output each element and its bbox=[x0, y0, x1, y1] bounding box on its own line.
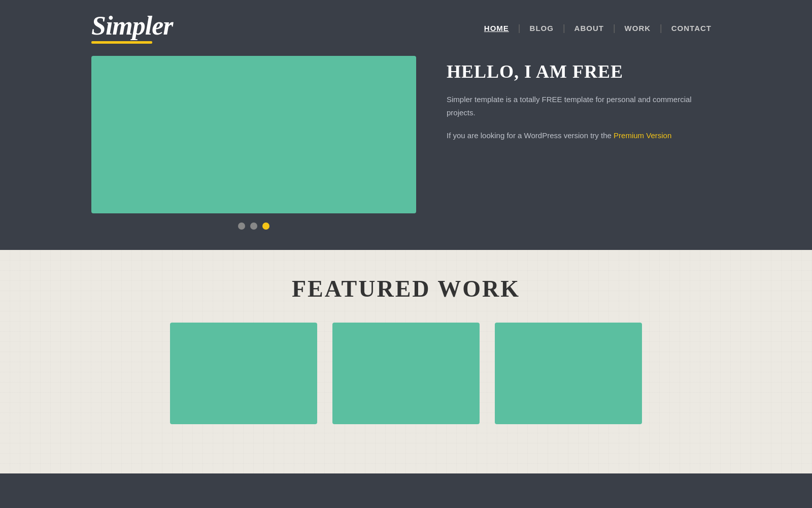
nav-home[interactable]: HOME bbox=[475, 24, 518, 33]
work-item-3[interactable] bbox=[495, 323, 642, 424]
hero-description-1: Simpler template is a totally FREE templ… bbox=[447, 93, 721, 119]
slider-dots bbox=[238, 223, 269, 230]
nav-work[interactable]: WORK bbox=[616, 24, 660, 33]
hero-description-2: If you are looking for a WordPress versi… bbox=[447, 129, 721, 142]
logo-underline bbox=[91, 41, 152, 44]
slider-dot-2[interactable] bbox=[250, 223, 257, 230]
nav-about[interactable]: ABOUT bbox=[565, 24, 613, 33]
slider-dot-3[interactable] bbox=[262, 223, 269, 230]
hero-slider bbox=[91, 56, 416, 230]
main-nav: HOME | BLOG | ABOUT | WORK | CONTACT bbox=[475, 23, 721, 34]
work-grid bbox=[91, 323, 721, 424]
featured-title: FEATURED WORK bbox=[91, 275, 721, 302]
featured-section: FEATURED WORK bbox=[0, 250, 812, 473]
hero-title: HELLO, I AM FREE bbox=[447, 61, 721, 83]
logo-text: Simpler bbox=[91, 13, 173, 39]
nav-blog[interactable]: BLOG bbox=[521, 24, 563, 33]
hero-section: HELLO, I AM FREE Simpler template is a t… bbox=[0, 56, 812, 250]
hero-text: HELLO, I AM FREE Simpler template is a t… bbox=[447, 56, 721, 142]
slider-dot-1[interactable] bbox=[238, 223, 245, 230]
work-item-1[interactable] bbox=[170, 323, 317, 424]
logo: Simpler bbox=[91, 13, 173, 44]
work-item-2[interactable] bbox=[332, 323, 480, 424]
header: Simpler HOME | BLOG | ABOUT | WORK | CON… bbox=[0, 0, 812, 56]
slider-image bbox=[91, 56, 416, 213]
nav-contact[interactable]: CONTACT bbox=[662, 24, 721, 33]
premium-version-link[interactable]: Premium Version bbox=[614, 131, 671, 140]
